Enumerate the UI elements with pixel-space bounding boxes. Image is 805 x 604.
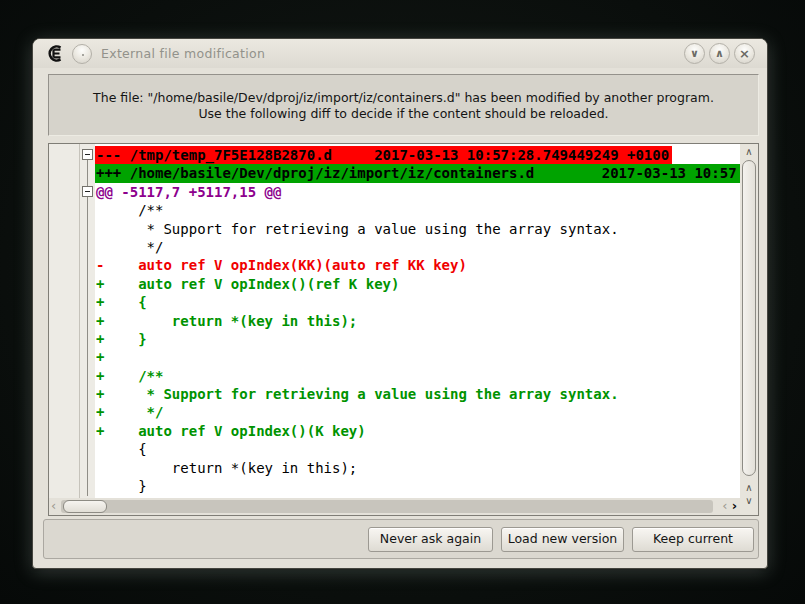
horizontal-scrollbar-trough[interactable] bbox=[61, 500, 713, 513]
vertical-scrollbar-thumb[interactable] bbox=[742, 160, 756, 476]
diff-gutter bbox=[49, 144, 95, 498]
titlebar[interactable]: External file modification ∨ ∧ × bbox=[33, 39, 767, 68]
maximize-button[interactable]: ∧ bbox=[709, 43, 730, 64]
scroll-left-icon[interactable]: ‹ bbox=[722, 498, 727, 513]
never-ask-again-button[interactable]: Never ask again bbox=[368, 527, 493, 552]
coedit-logo-icon bbox=[46, 45, 66, 62]
chevron-up-icon: ∧ bbox=[715, 47, 724, 60]
scroll-right-icon[interactable]: › bbox=[732, 498, 737, 513]
diff-line: @@ -5117,7 +5117,15 @@ bbox=[95, 183, 740, 201]
diff-line: + auto ref V opIndex()(ref K key) bbox=[95, 275, 740, 293]
message-line-2: Use the following diff to decide if the … bbox=[49, 106, 758, 122]
diff-line: --- /tmp/temp_7F5E128B2870.d 2017-03-13 … bbox=[95, 146, 672, 164]
diff-line: + * Support for retrieving a value using… bbox=[95, 385, 740, 403]
diff-line: } bbox=[95, 477, 740, 495]
diff-line: - auto ref V opIndex(KK)(auto ref KK key… bbox=[95, 256, 740, 274]
diff-line: + return *(key in this); bbox=[95, 312, 740, 330]
diff-line: + bbox=[95, 348, 740, 366]
diff-line: + /** bbox=[95, 367, 740, 385]
close-button[interactable]: × bbox=[734, 43, 755, 64]
scroll-arrows-right: ‹ › bbox=[722, 498, 737, 514]
window-title: External file modification bbox=[101, 39, 265, 68]
fold-tree-line bbox=[87, 160, 88, 496]
diff-line: + } bbox=[95, 330, 740, 348]
diff-line: + */ bbox=[95, 403, 740, 421]
vertical-scrollbar[interactable]: ∧ ∧ ∨ bbox=[740, 144, 758, 515]
scroll-down-icon[interactable]: ∨ bbox=[740, 495, 758, 507]
diff-line: +++ /home/basile/Dev/dproj/iz/import/iz/… bbox=[95, 164, 740, 182]
horizontal-scrollbar-thumb[interactable] bbox=[63, 500, 107, 513]
window-menu-button[interactable] bbox=[72, 44, 92, 64]
scroll-up-icon[interactable]: ∧ bbox=[740, 146, 758, 158]
diff-line: + { bbox=[95, 293, 740, 311]
diff-view: --- /tmp/temp_7F5E128B2870.d 2017-03-13 … bbox=[48, 143, 759, 516]
scroll-left-icon[interactable]: ‹ bbox=[51, 498, 56, 514]
minimize-button[interactable]: ∨ bbox=[684, 43, 705, 64]
diff-line: /** bbox=[95, 201, 740, 219]
keep-current-button[interactable]: Keep current bbox=[632, 527, 754, 552]
gutter-divider bbox=[79, 144, 80, 498]
message-panel: The file: "/home/basile/Dev/dproj/iz/imp… bbox=[48, 74, 759, 136]
diff-line: { bbox=[95, 440, 740, 458]
fold-toggle-icon[interactable] bbox=[82, 149, 93, 160]
diff-line: */ bbox=[95, 238, 740, 256]
horizontal-scrollbar[interactable]: ‹ ‹ › bbox=[49, 498, 740, 515]
diff-line: + auto ref V opIndex()(K key) bbox=[95, 422, 740, 440]
button-panel: Never ask again Load new version Keep cu… bbox=[43, 519, 759, 559]
chevron-down-icon: ∨ bbox=[690, 47, 699, 60]
message-line-1: The file: "/home/basile/Dev/dproj/iz/imp… bbox=[49, 90, 758, 106]
scroll-up-icon[interactable]: ∧ bbox=[740, 482, 758, 494]
load-new-version-button[interactable]: Load new version bbox=[501, 527, 624, 552]
external-file-modification-dialog: External file modification ∨ ∧ × The fil… bbox=[32, 38, 768, 569]
fold-toggle-icon[interactable] bbox=[82, 186, 93, 197]
close-icon: × bbox=[739, 46, 750, 61]
diff-line: * Support for retrieving a value using t… bbox=[95, 220, 740, 238]
diff-content[interactable]: --- /tmp/temp_7F5E128B2870.d 2017-03-13 … bbox=[95, 144, 740, 498]
diff-line: return *(key in this); bbox=[95, 459, 740, 477]
